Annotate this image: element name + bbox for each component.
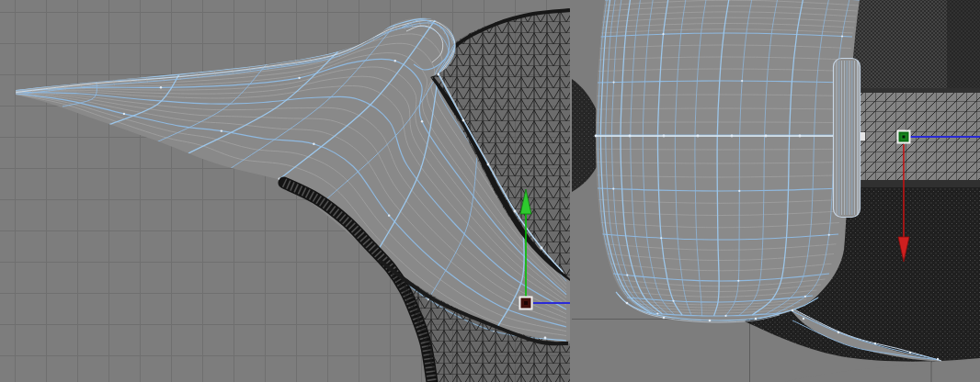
viewport-split: -z	[0, 0, 980, 382]
fin-rim-flap	[834, 59, 860, 218]
left-viewport-canvas[interactable]	[0, 0, 570, 382]
viewport-panel-right[interactable]	[572, 0, 980, 382]
viewport-panel-left[interactable]: -z	[0, 0, 570, 382]
right-viewport-canvas[interactable]	[572, 0, 980, 382]
